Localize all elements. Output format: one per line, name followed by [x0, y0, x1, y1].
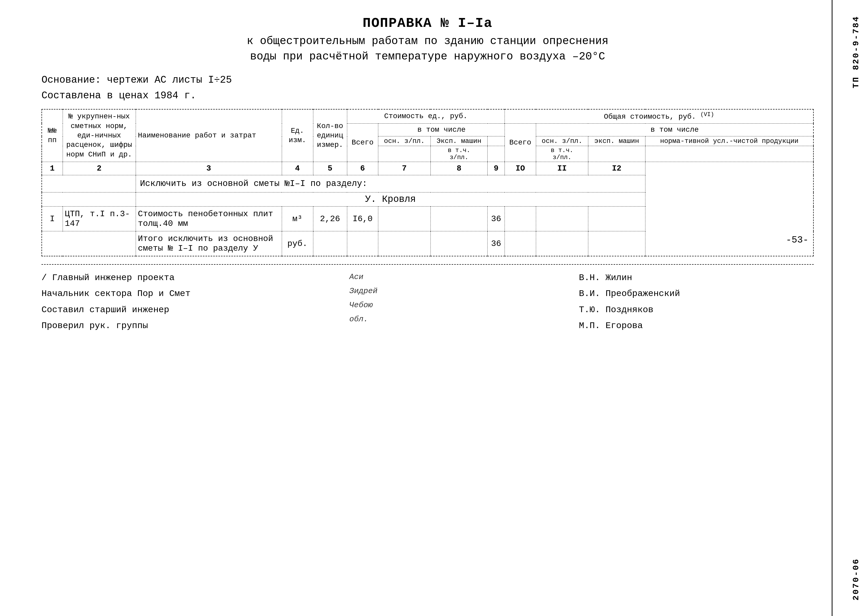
section-header-empty [42, 175, 136, 192]
h-vtch2 [378, 146, 431, 162]
header-total-incl: в том числе [536, 123, 813, 136]
subtotal-eksp-empty [431, 231, 487, 256]
header-col-name: Наименование работ и затрат [136, 109, 282, 162]
subtotal-empty [42, 231, 136, 256]
subtotal-label: Итого исключить из основной сметы № I–I … [136, 231, 282, 256]
basis-line1: Основание: чертежи АС листы I÷25 [41, 72, 843, 88]
row1-t-norm [588, 207, 645, 231]
col-n-11: II [536, 162, 588, 175]
subsection-empty [42, 192, 136, 207]
sig-hw-3: Чебою [349, 298, 532, 312]
sig-roles: / Главный инженер проекта Начальник сект… [41, 270, 302, 334]
sig-hw-1: Аси [349, 270, 532, 284]
h-t-normativ: норма-тивной усл.-чистой продукции [645, 137, 813, 146]
title-section: ПОПРАВКА № I–Iа к общестроительным работ… [41, 16, 814, 64]
title-sub-line1: к общестроительным работам по зданию ста… [41, 34, 814, 49]
subtotal-osn-empty [378, 231, 431, 256]
sig-name-1: В.Н. Жилин [579, 270, 814, 286]
subtotal-qty-empty [313, 231, 347, 256]
sig-names: В.Н. Жилин В.И. Преображенский Т.Ю. Позд… [579, 270, 814, 334]
vi-label: (VI) [700, 112, 714, 118]
sig-name-3: Т.Ю. Поздняков [579, 302, 814, 318]
row1-total: 36 [487, 207, 505, 231]
col-n-6: 6 [347, 162, 378, 175]
col-n-3: 3 [136, 162, 282, 175]
header-row-1: №№ пп № укрупнен-ных сметных норм, еди-н… [42, 109, 813, 123]
sig-handwritten: Аси Зидрей Чебою обл. [349, 270, 532, 334]
sig-role-2: Начальник сектора Пор и Смет [41, 286, 302, 302]
section-header-row: Исключить из основной сметы №I–I по разд… [42, 175, 813, 192]
page: ТП 820-9-784 2070-06 ПОПРАВКА № I–Iа к о… [0, 0, 863, 616]
signature-section: / Главный инженер проекта Начальник сект… [41, 264, 814, 334]
sig-hw-4: обл. [349, 312, 532, 326]
h-osn-zpl: осн. з/пл. [378, 137, 431, 146]
col-n-7: 7 [378, 162, 431, 175]
sig-role-1: / Главный инженер проекта [41, 270, 302, 286]
sig-name-2: В.И. Преображенский [579, 286, 814, 302]
data-row-1: I ЦТП, т.I п.3-147 Стоимость пенобетонны… [42, 207, 813, 231]
number-row: 1 2 3 4 5 6 7 8 9 IO II I2 [42, 162, 813, 175]
main-content: ПОПРАВКА № I–Iа к общестроительным работ… [20, 0, 843, 334]
row1-cost: I6,0 [347, 207, 378, 231]
row1-norm: ЦТП, т.I п.3-147 [63, 207, 136, 231]
col-n-12: I2 [588, 162, 645, 175]
h-eksp-mash: Эксп. машин [431, 137, 487, 146]
row1-unit: м³ [282, 207, 313, 231]
doc-number-bottom: 2070-06 [851, 558, 861, 600]
subtotal-t-norm [588, 231, 645, 256]
header-cost-each: Стоимость ед., руб. [347, 109, 505, 123]
section-header-text: Исключить из основной сметы №I–I по разд… [136, 175, 645, 192]
header-total-total: Всего [505, 123, 536, 162]
row1-osn [378, 207, 431, 231]
row1-qty: 2,26 [313, 207, 347, 231]
row1-t-eksp [536, 207, 588, 231]
title-main: ПОПРАВКА № I–Iа [41, 16, 814, 31]
header-cost-total: Общая стоимость, руб. (VI) [505, 109, 813, 123]
h-t-chistoy [645, 146, 813, 162]
main-table: №№ пп № укрупнен-ных сметных норм, еди-н… [41, 109, 814, 256]
row1-eksp [431, 207, 487, 231]
subtotal-total-val: 36 [487, 231, 505, 256]
h-mash-sub: в т.ч.з/пл. [431, 146, 487, 162]
col-n-2: 2 [63, 162, 136, 175]
h-t-vtch: в т.ч.з/пл. [536, 146, 588, 162]
col-n-10: IO [505, 162, 536, 175]
header-each-total: Всего [347, 123, 378, 162]
subsection-row: У. Кровля [42, 192, 813, 207]
table-wrapper: №№ пп № укрупнен-ных сметных норм, еди-н… [41, 109, 843, 256]
subtotal-t-osn [505, 231, 536, 256]
header-col-norms: № укрупнен-ных сметных норм, еди-ничных … [63, 109, 136, 162]
col-n-8: 8 [431, 162, 487, 175]
sig-role-4: Проверил рук. группы [41, 318, 302, 334]
h-empty1 [487, 146, 505, 162]
subtotal-t-eksp [536, 231, 588, 256]
row1-t-osn [505, 207, 536, 231]
sig-hw-2: Зидрей [349, 284, 532, 298]
col-n-5: 5 [313, 162, 347, 175]
row1-num: I [42, 207, 63, 231]
h-t-eksp-mash: эксп. машин [588, 137, 645, 146]
subsection-text: У. Кровля [136, 192, 645, 207]
col-n-4: 4 [282, 162, 313, 175]
subtotal-row: Итого исключить из основной сметы № I–I … [42, 231, 813, 256]
header-col-num: №№ пп [42, 109, 63, 162]
h-t-empty [588, 146, 645, 162]
col-n-1: 1 [42, 162, 63, 175]
sig-role-3: Составил старший инженер [41, 302, 302, 318]
subtotal-cost-empty [347, 231, 378, 256]
h-vtch-zpl [487, 137, 505, 146]
h-t-osn-zpl: осн. з/пл. [536, 137, 588, 146]
header-each-incl: в том числе [378, 123, 505, 136]
subtotal-unit: руб. [282, 231, 313, 256]
sig-name-4: М.П. Егорова [579, 318, 814, 334]
header-col-unit: Ед. изм. [282, 109, 313, 162]
row1-name: Стоимость пенобетонных плит толщ.40 мм [136, 207, 282, 231]
basis-section: Основание: чертежи АС листы I÷25 Составл… [41, 72, 843, 104]
header-col-qty: Кол-во единиц измер. [313, 109, 347, 162]
basis-line2: Составлена в ценах 1984 г. [41, 88, 843, 104]
col-n-9: 9 [487, 162, 505, 175]
doc-number-top: ТП 820-9-784 [851, 16, 861, 88]
title-sub-line2: воды при расчётной температуре наружного… [41, 49, 814, 64]
